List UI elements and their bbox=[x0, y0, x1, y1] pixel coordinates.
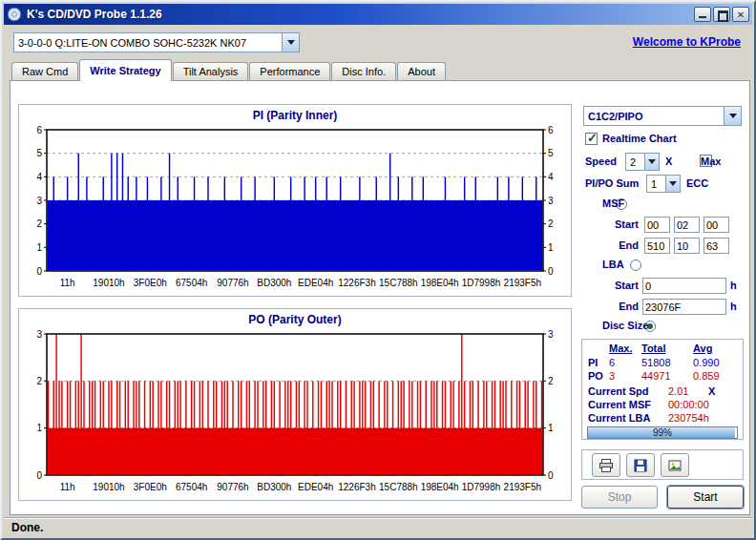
svg-text:5: 5 bbox=[548, 148, 554, 158]
window-title: K's CD/DVD Probe 1.1.26 bbox=[27, 8, 692, 21]
svg-text:BD300h: BD300h bbox=[257, 482, 291, 492]
speed-select[interactable]: 2 bbox=[625, 153, 660, 171]
maximize-icon bbox=[718, 10, 728, 22]
svg-text:0: 0 bbox=[36, 470, 42, 481]
svg-text:3: 3 bbox=[548, 329, 554, 340]
close-button[interactable]: ✕ bbox=[732, 7, 749, 22]
chevron-down-icon[interactable] bbox=[724, 107, 741, 125]
chevron-down-icon[interactable] bbox=[282, 33, 299, 52]
print-button[interactable] bbox=[592, 453, 620, 477]
msf-start-sec-input[interactable] bbox=[674, 217, 700, 233]
po-chart-canvas: 0011223311h19010h3F0E0h67504h90776hBD300… bbox=[20, 328, 570, 496]
pi-chart: PI (Parity Inner) 0011223344556611h19010… bbox=[18, 104, 572, 297]
msf-label: MSF bbox=[602, 197, 624, 209]
pipo-sum-select[interactable]: 1 bbox=[646, 175, 681, 193]
po-row-label: PO bbox=[588, 370, 603, 382]
current-lba-value: 230754h bbox=[668, 412, 709, 424]
svg-text:6: 6 bbox=[36, 125, 42, 135]
tab-write-strategy[interactable]: Write Strategy bbox=[79, 59, 171, 81]
progress-percent: 99% bbox=[588, 427, 737, 439]
realtime-chart-checkbox[interactable] bbox=[585, 133, 598, 145]
pi-row-label: PI bbox=[588, 357, 598, 368]
status-bar: Done. bbox=[4, 517, 752, 536]
svg-text:2: 2 bbox=[36, 376, 42, 386]
msf-end-frame-input[interactable] bbox=[704, 238, 729, 254]
svg-text:11h: 11h bbox=[60, 278, 75, 288]
tab-tilt-analysis[interactable]: Tilt Analysis bbox=[173, 62, 249, 81]
chevron-down-icon[interactable] bbox=[644, 154, 659, 170]
svg-text:1226F3h: 1226F3h bbox=[338, 482, 375, 492]
minimize-icon bbox=[699, 16, 706, 18]
app-icon bbox=[7, 7, 22, 22]
po-max-value: 3 bbox=[609, 370, 615, 382]
lba-end-input[interactable] bbox=[642, 299, 726, 315]
msf-end-label: End bbox=[606, 239, 639, 251]
svg-text:67504h: 67504h bbox=[176, 278, 207, 288]
svg-text:1: 1 bbox=[36, 242, 42, 253]
tab-performance[interactable]: Performance bbox=[249, 62, 330, 81]
svg-text:15C788h: 15C788h bbox=[379, 278, 418, 288]
po-chart-title: PO (Parity Outer) bbox=[19, 309, 571, 328]
po-avg-value: 0.859 bbox=[693, 370, 720, 382]
maximize-button[interactable] bbox=[713, 7, 730, 22]
svg-text:15C788h: 15C788h bbox=[379, 482, 418, 492]
msf-start-frame-input[interactable] bbox=[704, 217, 729, 233]
stop-button[interactable]: Stop bbox=[581, 486, 658, 509]
lba-start-unit: h bbox=[730, 280, 737, 291]
pipo-sum-value: 1 bbox=[647, 178, 665, 190]
svg-text:1: 1 bbox=[548, 423, 554, 433]
mode-select[interactable]: C1C2/PIPO bbox=[583, 106, 742, 126]
save-button[interactable] bbox=[626, 453, 655, 477]
save-image-button[interactable] bbox=[661, 453, 689, 477]
lba-start-input[interactable] bbox=[642, 278, 726, 294]
msf-end-sec-input[interactable] bbox=[674, 238, 700, 254]
svg-text:0: 0 bbox=[36, 266, 42, 277]
max-speed-label: Max bbox=[701, 156, 721, 167]
svg-text:0: 0 bbox=[548, 470, 554, 481]
chevron-down-icon[interactable] bbox=[665, 176, 680, 192]
lba-label: LBA bbox=[602, 259, 624, 270]
msf-start-label: Start bbox=[606, 218, 639, 230]
lba-start-label: Start bbox=[598, 280, 639, 291]
speed-label: Speed bbox=[585, 156, 617, 167]
title-bar: K's CD/DVD Probe 1.1.26 ✕ bbox=[4, 4, 752, 25]
tab-bar: Raw Cmd Write Strategy Tilt Analysis Per… bbox=[11, 60, 447, 81]
svg-text:19010h: 19010h bbox=[93, 278, 124, 288]
minimize-button[interactable] bbox=[694, 7, 711, 22]
control-panel: C1C2/PIPO Realtime Chart Speed 2 X Max P… bbox=[578, 100, 747, 514]
lba-radio[interactable] bbox=[630, 260, 641, 271]
pi-total-value: 51808 bbox=[641, 357, 671, 368]
msf-end-min-input[interactable] bbox=[644, 238, 670, 254]
save-icon bbox=[633, 458, 648, 473]
svg-text:2: 2 bbox=[548, 376, 554, 386]
mode-select-value: C1C2/PIPO bbox=[584, 111, 724, 122]
current-lba-label: Current LBA bbox=[588, 412, 650, 424]
realtime-chart-label: Realtime Chart bbox=[602, 133, 677, 144]
lba-end-unit: h bbox=[730, 301, 737, 312]
pi-avg-value: 0.990 bbox=[693, 357, 720, 368]
tab-disc-info[interactable]: Disc Info. bbox=[331, 62, 396, 81]
po-total-value: 44971 bbox=[641, 370, 671, 382]
write-strategy-page: PI (Parity Inner) 0011223344556611h19010… bbox=[10, 80, 750, 515]
svg-text:1226F3h: 1226F3h bbox=[338, 278, 375, 288]
tab-about[interactable]: About bbox=[397, 62, 446, 81]
tool-button-box bbox=[581, 449, 744, 480]
svg-text:2193F5h: 2193F5h bbox=[504, 482, 541, 492]
close-icon: ✕ bbox=[737, 10, 745, 20]
svg-text:EDE04h: EDE04h bbox=[298, 482, 333, 492]
start-button[interactable]: Start bbox=[667, 486, 744, 509]
speed-unit-label: X bbox=[665, 156, 672, 167]
svg-text:11h: 11h bbox=[60, 482, 75, 492]
pi-chart-canvas: 0011223344556611h19010h3F0E0h67504h90776… bbox=[20, 124, 570, 292]
svg-text:4: 4 bbox=[36, 172, 42, 182]
welcome-link[interactable]: Welcome to KProbe bbox=[633, 35, 741, 49]
svg-text:3: 3 bbox=[36, 196, 42, 206]
current-spd-value: 2.01 bbox=[668, 385, 688, 397]
pi-chart-title: PI (Parity Inner) bbox=[19, 105, 571, 124]
tab-raw-cmd[interactable]: Raw Cmd bbox=[11, 62, 78, 81]
stats-header-total: Total bbox=[641, 343, 665, 354]
svg-text:90776h: 90776h bbox=[217, 278, 248, 288]
msf-start-min-input[interactable] bbox=[644, 217, 670, 233]
drive-select[interactable]: 3-0-0-0 Q:LITE-ON COMBO SOHC-5232K NK07 bbox=[13, 32, 300, 52]
disc-size-label: Disc Size bbox=[602, 320, 648, 331]
